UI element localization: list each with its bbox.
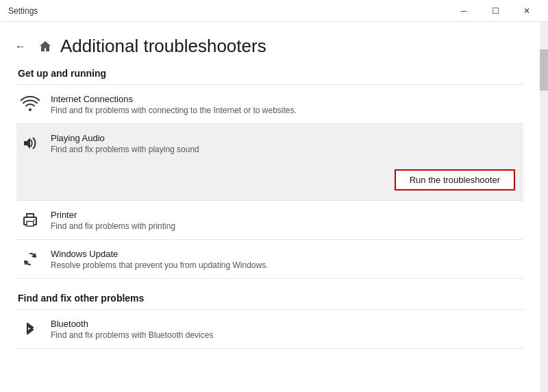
item-windows-update-name: Windows Update: [51, 249, 521, 259]
item-playing-audio-text: Playing Audio Find and fix problems with…: [51, 133, 521, 154]
svg-rect-1: [27, 221, 34, 226]
page-header: ← Additional troubleshooters: [0, 22, 540, 68]
home-icon: [38, 40, 52, 53]
item-printer-row[interactable]: Printer Find and fix problems with print…: [16, 201, 523, 239]
item-internet-connections-desc: Find and fix problems with connecting to…: [51, 106, 521, 115]
item-internet-connections-row[interactable]: Internet Connections Find and fix proble…: [16, 85, 523, 123]
close-button[interactable]: ✕: [511, 0, 543, 22]
section-heading-get-up-running: Get up and running: [16, 68, 523, 79]
content-wrapper: ← Additional troubleshooters Get up and …: [0, 22, 548, 392]
item-windows-update-desc: Resolve problems that prevent you from u…: [51, 260, 521, 270]
item-internet-connections: Internet Connections Find and fix proble…: [16, 84, 523, 123]
item-internet-connections-text: Internet Connections Find and fix proble…: [51, 94, 521, 115]
item-bluetooth-text: Bluetooth Find and fix problems with Blu…: [51, 319, 521, 340]
item-bluetooth: Bluetooth Find and fix problems with Blu…: [16, 309, 523, 349]
item-windows-update-text: Windows Update Resolve problems that pre…: [51, 249, 521, 270]
update-icon: [19, 248, 41, 270]
maximize-button[interactable]: ☐: [480, 0, 511, 22]
titlebar: Settings ─ ☐ ✕: [0, 0, 548, 22]
item-printer-name: Printer: [51, 210, 521, 220]
printer-icon: [19, 209, 41, 231]
item-playing-audio-row[interactable]: Playing Audio Find and fix problems with…: [16, 124, 523, 162]
section-gap: [0, 279, 540, 293]
item-bluetooth-row[interactable]: Bluetooth Find and fix problems with Blu…: [16, 310, 523, 348]
item-playing-audio-desc: Find and fix problems with playing sound: [51, 145, 521, 154]
item-internet-connections-name: Internet Connections: [51, 94, 521, 104]
svg-point-2: [34, 219, 35, 221]
page-title: Additional troubleshooters: [60, 36, 266, 57]
main-content: ← Additional troubleshooters Get up and …: [0, 22, 540, 392]
playing-audio-expanded-panel: Run the troubleshooter: [16, 162, 523, 200]
item-windows-update-row[interactable]: Windows Update Resolve problems that pre…: [16, 240, 523, 278]
titlebar-title: Settings: [8, 6, 38, 16]
item-bluetooth-desc: Find and fix problems with Bluetooth dev…: [51, 330, 521, 340]
item-printer: Printer Find and fix problems with print…: [16, 200, 523, 239]
back-button[interactable]: ←: [11, 37, 30, 56]
minimize-button[interactable]: ─: [448, 0, 480, 22]
back-arrow-icon: ←: [15, 40, 26, 53]
item-playing-audio: Playing Audio Find and fix problems with…: [16, 123, 523, 200]
section-find-fix: Find and fix other problems Bluetooth Fi…: [0, 293, 540, 349]
run-troubleshooter-button[interactable]: Run the troubleshooter: [395, 169, 515, 191]
scrollbar-track[interactable]: [540, 22, 548, 392]
audio-icon: [19, 132, 41, 154]
section-heading-find-fix: Find and fix other problems: [16, 293, 523, 304]
item-playing-audio-name: Playing Audio: [51, 133, 521, 143]
titlebar-controls: ─ ☐ ✕: [448, 0, 543, 22]
section-get-up-running: Get up and running Internet Connections: [0, 68, 540, 279]
item-windows-update: Windows Update Resolve problems that pre…: [16, 239, 523, 279]
item-printer-text: Printer Find and fix problems with print…: [51, 210, 521, 231]
item-bluetooth-name: Bluetooth: [51, 319, 521, 329]
titlebar-left: Settings: [8, 6, 38, 16]
item-printer-desc: Find and fix problems with printing: [51, 221, 521, 231]
scrollbar-thumb[interactable]: [540, 49, 548, 90]
bluetooth-icon: [19, 318, 41, 340]
wifi-icon: [19, 93, 41, 115]
